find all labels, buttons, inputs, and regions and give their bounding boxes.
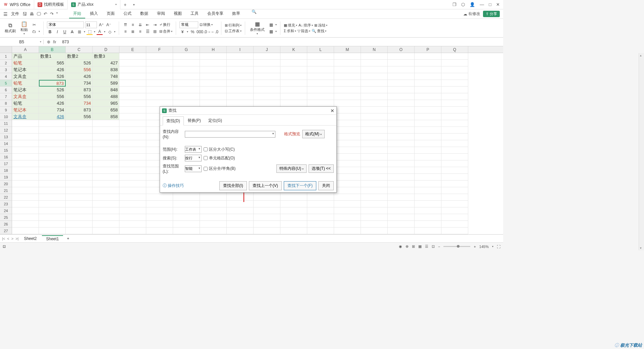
align-bottom-icon[interactable]: ⇊ xyxy=(137,22,143,28)
cell[interactable]: 426 xyxy=(39,100,66,107)
col-header-A[interactable]: A xyxy=(12,46,39,53)
cell[interactable] xyxy=(12,147,39,154)
row-col-button[interactable]: ⊞ 行和列 ▾ xyxy=(225,23,241,28)
cell[interactable] xyxy=(119,93,146,100)
cell[interactable] xyxy=(441,187,468,194)
cell[interactable] xyxy=(173,87,200,93)
cell[interactable] xyxy=(415,73,441,80)
cell[interactable]: 556 xyxy=(39,93,66,100)
zoom-slider[interactable] xyxy=(443,246,470,247)
cell[interactable] xyxy=(200,87,227,93)
cell[interactable] xyxy=(334,167,361,174)
cell[interactable] xyxy=(254,73,280,80)
cell[interactable] xyxy=(388,221,415,228)
cell[interactable] xyxy=(361,207,388,214)
cell[interactable] xyxy=(361,187,388,194)
row-header-22[interactable]: 22 xyxy=(0,194,12,201)
status-icon2[interactable]: ⊕ xyxy=(406,244,409,249)
cell[interactable] xyxy=(227,66,254,73)
windows-icon[interactable]: ❐ xyxy=(452,2,457,7)
cell[interactable] xyxy=(66,147,93,154)
sheet-next-icon[interactable]: > xyxy=(11,237,13,241)
cell[interactable] xyxy=(93,181,119,187)
cell[interactable] xyxy=(39,147,66,154)
cell[interactable] xyxy=(39,194,66,201)
avatar-icon[interactable]: 👤 xyxy=(470,2,475,7)
style1-icon[interactable]: ▦ xyxy=(268,22,274,28)
cell[interactable] xyxy=(66,214,93,221)
file-menu[interactable]: 文件 xyxy=(9,11,21,17)
cell[interactable] xyxy=(334,60,361,66)
print-icon[interactable]: 🖶 xyxy=(30,11,34,16)
cell[interactable] xyxy=(307,66,334,73)
cell[interactable] xyxy=(307,87,334,93)
cell[interactable] xyxy=(93,154,119,160)
cell[interactable] xyxy=(361,53,388,60)
cell[interactable] xyxy=(361,66,388,73)
formula-input[interactable]: 873 xyxy=(59,40,503,44)
cell[interactable] xyxy=(119,107,146,113)
cell[interactable] xyxy=(415,93,441,100)
cell[interactable] xyxy=(280,228,307,234)
cell[interactable] xyxy=(280,201,307,207)
cell[interactable] xyxy=(93,187,119,194)
tab-efficiency[interactable]: 效率 xyxy=(228,9,244,18)
col-header-D[interactable]: D xyxy=(93,46,119,53)
cell[interactable] xyxy=(388,214,415,221)
cell[interactable]: 笔记本 xyxy=(12,66,39,73)
cell[interactable]: 426 xyxy=(39,113,66,120)
cell[interactable] xyxy=(254,60,280,66)
new-tab-button[interactable]: + xyxy=(120,2,130,7)
cell[interactable] xyxy=(93,174,119,181)
tab-insert[interactable]: 插入 xyxy=(86,9,102,18)
cell[interactable] xyxy=(415,113,441,120)
cell[interactable] xyxy=(93,214,119,221)
cell[interactable] xyxy=(361,174,388,181)
cell[interactable] xyxy=(66,127,93,134)
cell[interactable] xyxy=(388,154,415,160)
dialog-tab-goto[interactable]: 定位(G) xyxy=(205,116,226,125)
cell[interactable] xyxy=(441,201,468,207)
cell[interactable] xyxy=(415,87,441,93)
cell[interactable] xyxy=(173,66,200,73)
cell[interactable] xyxy=(334,127,361,134)
cell[interactable] xyxy=(66,181,93,187)
cell[interactable] xyxy=(334,80,361,87)
cell[interactable]: 文具盒 xyxy=(12,93,39,100)
cell[interactable] xyxy=(119,113,146,120)
cell[interactable]: 文具盒 xyxy=(12,113,39,120)
col-header-P[interactable]: P xyxy=(415,46,441,53)
cell[interactable] xyxy=(200,93,227,100)
cell[interactable] xyxy=(388,113,415,120)
cell[interactable] xyxy=(334,53,361,60)
cell[interactable] xyxy=(415,221,441,228)
cell[interactable] xyxy=(441,207,468,214)
format-brush-button[interactable]: ⧉格式刷 xyxy=(3,22,17,34)
col-header-E[interactable]: E xyxy=(119,46,146,53)
cell[interactable]: 产品 xyxy=(12,53,39,60)
cell[interactable] xyxy=(93,194,119,201)
cell[interactable]: 488 xyxy=(93,93,119,100)
cell[interactable] xyxy=(200,207,227,214)
cell[interactable] xyxy=(200,214,227,221)
cell[interactable] xyxy=(200,228,227,234)
align-top-icon[interactable]: ⇈ xyxy=(122,22,128,28)
cell[interactable]: 426 xyxy=(39,66,66,73)
cell[interactable] xyxy=(66,174,93,181)
cell[interactable] xyxy=(441,107,468,113)
cell[interactable] xyxy=(280,100,307,107)
tab-home[interactable]: 开始 xyxy=(69,9,85,18)
cell[interactable] xyxy=(146,53,173,60)
distribute-icon[interactable]: ⊞ xyxy=(152,29,158,35)
cell[interactable] xyxy=(12,167,39,174)
range-select[interactable] xyxy=(185,146,202,153)
cell[interactable] xyxy=(93,140,119,147)
cell[interactable] xyxy=(93,147,119,154)
find-all-button[interactable]: 查找全部(I) xyxy=(219,181,247,190)
cell[interactable] xyxy=(12,207,39,214)
cell[interactable] xyxy=(173,214,200,221)
cell[interactable] xyxy=(361,120,388,127)
cell[interactable] xyxy=(415,160,441,167)
cell[interactable] xyxy=(12,201,39,207)
cell[interactable] xyxy=(388,60,415,66)
